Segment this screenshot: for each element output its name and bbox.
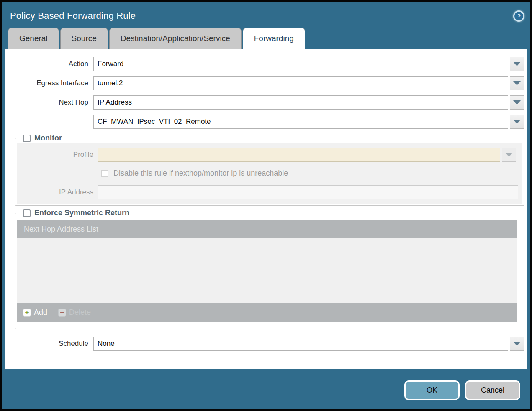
monitor-panel: Profile Disable this rule if nexthop/mon… <box>17 143 522 204</box>
chevron-down-icon <box>513 100 521 105</box>
egress-interface-select[interactable]: tunnel.2 <box>93 76 508 90</box>
schedule-dropdown-button[interactable] <box>510 337 524 351</box>
enforce-symmetric-return-legend: Enforce Symmetric Return <box>21 209 132 217</box>
chevron-down-icon <box>513 120 521 124</box>
next-hop-address-list-header: Next Hop Address List <box>17 220 517 238</box>
profile-select <box>98 148 500 162</box>
add-button[interactable]: + Add <box>23 308 47 317</box>
schedule-label: Schedule <box>5 340 93 348</box>
schedule-row: Schedule None <box>5 337 527 351</box>
disable-rule-label: Disable this rule if nexthop/monitor ip … <box>113 169 288 178</box>
next-hop-address-row: CF_MWAN_IPsec_VTI_02_Remote <box>5 115 527 129</box>
dialog-footer: OK Cancel <box>2 369 530 400</box>
next-hop-type-select[interactable]: IP Address <box>93 95 508 110</box>
monitor-legend-label: Monitor <box>34 134 62 143</box>
tab-forwarding[interactable]: Forwarding <box>243 28 305 49</box>
next-hop-address-list-toolbar: + Add − Delete <box>17 303 517 322</box>
delete-button-label: Delete <box>69 308 91 317</box>
tab-general[interactable]: General <box>8 28 59 49</box>
dialog-title: Policy Based Forwarding Rule <box>10 10 136 21</box>
next-hop-address-list: Next Hop Address List + Add − Delete <box>17 220 517 322</box>
enforce-symmetric-return-checkbox[interactable] <box>23 209 31 217</box>
tab-destination-application-service[interactable]: Destination/Application/Service <box>109 28 242 49</box>
action-dropdown-button[interactable] <box>510 57 524 71</box>
next-hop-label: Next Hop <box>5 98 93 107</box>
schedule-select[interactable]: None <box>93 337 508 351</box>
profile-row: Profile <box>17 148 522 162</box>
egress-interface-row: Egress Interface tunnel.2 <box>5 76 527 90</box>
monitor-checkbox[interactable] <box>23 135 31 142</box>
cancel-button[interactable]: Cancel <box>465 380 520 400</box>
forwarding-tab-panel: Action Forward Egress Interface tunnel.2… <box>5 49 527 369</box>
monitor-ip-address-row: IP Address <box>17 185 522 199</box>
tab-bar: General Source Destination/Application/S… <box>2 28 530 49</box>
chevron-down-icon <box>513 81 521 85</box>
disable-rule-row: Disable this rule if nexthop/monitor ip … <box>17 169 522 178</box>
help-icon[interactable]: ? <box>513 10 524 22</box>
disable-rule-checkbox <box>101 170 108 177</box>
title-bar: Policy Based Forwarding Rule ? <box>2 2 530 28</box>
egress-interface-dropdown-button[interactable] <box>510 76 524 90</box>
monitor-legend: Monitor <box>21 134 64 143</box>
policy-based-forwarding-rule-dialog: Policy Based Forwarding Rule ? General S… <box>0 0 532 411</box>
enforce-symmetric-return-legend-label: Enforce Symmetric Return <box>34 209 129 217</box>
delete-icon: − <box>58 309 66 317</box>
monitor-fieldset: Monitor Profile Disable this rule if nex… <box>15 134 524 206</box>
chevron-down-icon <box>513 62 521 66</box>
next-hop-type-dropdown-button[interactable] <box>510 95 524 110</box>
chevron-down-icon <box>505 153 513 157</box>
action-label: Action <box>5 60 93 68</box>
egress-interface-label: Egress Interface <box>5 79 93 87</box>
tab-source[interactable]: Source <box>60 28 108 49</box>
profile-dropdown-button <box>502 148 516 162</box>
next-hop-address-list-body[interactable] <box>17 238 517 303</box>
action-row: Action Forward <box>5 57 527 71</box>
action-select[interactable]: Forward <box>93 57 508 71</box>
add-icon: + <box>23 309 31 317</box>
delete-button: − Delete <box>58 308 91 317</box>
ok-button[interactable]: OK <box>404 380 460 400</box>
chevron-down-icon <box>513 342 521 346</box>
add-button-label: Add <box>34 308 47 317</box>
profile-label: Profile <box>17 151 98 159</box>
monitor-ip-address-label: IP Address <box>17 188 98 197</box>
next-hop-row: Next Hop IP Address <box>5 95 527 110</box>
monitor-ip-address-input <box>98 185 518 199</box>
next-hop-address-select[interactable]: CF_MWAN_IPsec_VTI_02_Remote <box>93 115 508 129</box>
enforce-symmetric-return-fieldset: Enforce Symmetric Return Next Hop Addres… <box>15 209 524 329</box>
next-hop-address-dropdown-button[interactable] <box>510 115 524 129</box>
